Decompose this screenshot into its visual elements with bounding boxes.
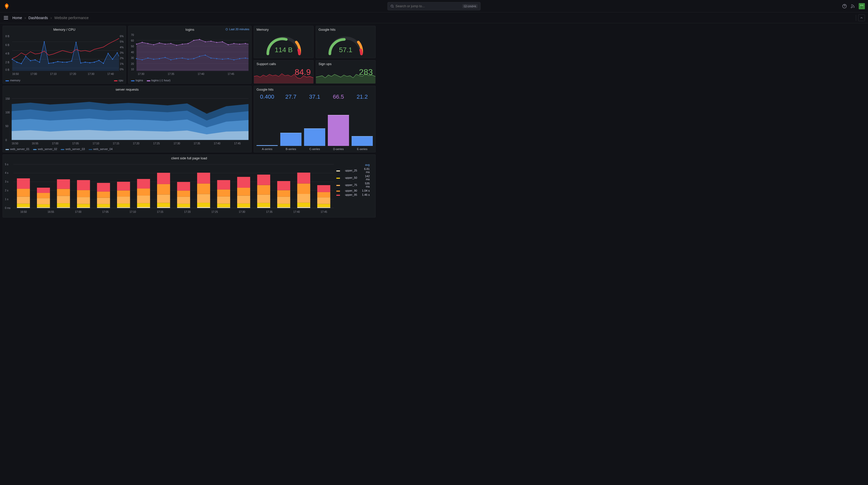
svg-rect-172 (257, 195, 270, 203)
bar-label: A-series (262, 148, 272, 151)
panel-google-hits-gauge[interactable]: Google hits 57.1 (316, 26, 376, 58)
svg-rect-171 (257, 203, 270, 207)
ytick: 0 B (5, 68, 9, 71)
svg-rect-157 (197, 194, 210, 203)
nav-right (856, 14, 865, 21)
svg-text:17:20: 17:20 (184, 211, 191, 213)
svg-point-83 (188, 59, 189, 60)
ytick: 20 (131, 62, 134, 65)
legend-row[interactable]: upper_901.04 s (334, 189, 372, 193)
legend-item[interactable]: web_server_03 (61, 148, 85, 151)
svg-point-32 (53, 62, 54, 64)
svg-point-92 (239, 58, 240, 59)
svg-rect-152 (177, 197, 190, 204)
svg-text:17:00: 17:00 (75, 211, 82, 213)
ytick: 2 B (5, 61, 9, 64)
time-range-label[interactable]: Last 20 minutes (225, 28, 249, 31)
svg-text:5 s: 5 s (5, 163, 8, 166)
svg-point-28 (35, 59, 36, 60)
svg-rect-155 (197, 207, 210, 208)
svg-rect-173 (257, 185, 270, 195)
svg-rect-186 (317, 204, 330, 207)
svg-point-41 (94, 61, 95, 63)
menu-toggle-icon[interactable] (3, 15, 9, 21)
panel-support-calls[interactable]: Support calls 84.9 (254, 60, 314, 84)
panel-memory-cpu[interactable]: Memory / CPU 8 B 6 B 4 B 2 B 0 B 6% 5% 4… (3, 26, 126, 84)
legend-row[interactable]: upper_951.46 s (334, 193, 372, 197)
ytick: 150 (5, 97, 10, 100)
svg-rect-112 (17, 197, 30, 203)
svg-rect-162 (217, 197, 230, 204)
svg-rect-164 (217, 180, 230, 189)
bar-column[interactable]: 37.1 C-series (304, 94, 325, 151)
panel-page-load[interactable]: client side full page load 0 ms1 s2 s3 s… (3, 155, 376, 218)
breadcrumb-home[interactable]: Home (12, 16, 22, 20)
bar-label: B-series (286, 148, 296, 151)
svg-rect-125 (77, 207, 90, 208)
gauge-value: 57.1 (339, 46, 352, 54)
svg-point-25 (21, 63, 22, 64)
bar (280, 133, 302, 146)
panel-legend: web_server_01 web_server_02 web_server_0… (3, 147, 251, 152)
collapse-toggle-button[interactable] (858, 14, 865, 21)
svg-point-54 (136, 44, 137, 45)
rss-icon[interactable] (850, 4, 855, 8)
panel-server-requests[interactable]: server requests 150 100 50 0 16:50 16:55… (3, 86, 252, 152)
svg-point-90 (227, 58, 228, 59)
svg-rect-167 (237, 195, 250, 203)
legend-item[interactable]: web_server_04 (89, 148, 113, 151)
svg-point-26 (25, 56, 26, 57)
ytick: 3% (120, 51, 124, 54)
xtick: 16:50 (12, 72, 19, 76)
xtick: 17:40 (197, 72, 204, 76)
panel-memory-gauge[interactable]: Memory 114 B (254, 26, 314, 58)
legend-item[interactable]: cpu (114, 79, 123, 82)
dashboard-grid: Memory / CPU 8 B 6 B 4 B 2 B 0 B 6% 5% 4… (0, 23, 868, 220)
bar-column[interactable]: 0.400 A-series (256, 94, 278, 151)
xtick: 17:20 (69, 72, 76, 76)
svg-point-69 (222, 41, 223, 42)
svg-point-43 (103, 63, 104, 64)
ytick: 4 B (5, 52, 9, 55)
avatar[interactable] (859, 3, 865, 9)
search-input[interactable] (396, 4, 462, 8)
global-search[interactable]: cmd+k (388, 2, 480, 10)
svg-point-35 (66, 61, 67, 63)
ytick: 5% (120, 40, 124, 43)
panel-sign-ups[interactable]: Sign ups 283 (316, 60, 376, 84)
breadcrumb-dashboards[interactable]: Dashboards (28, 16, 48, 20)
ytick: 30 (131, 56, 134, 60)
grafana-logo-icon[interactable] (3, 3, 10, 10)
ytick: 0 (5, 139, 7, 141)
bar-column[interactable]: 27.7 B-series (280, 94, 302, 151)
legend-row[interactable]: upper_50142 ms (334, 174, 372, 181)
svg-point-57 (153, 44, 154, 45)
svg-point-44 (107, 53, 108, 54)
panel-legend-table: avg upper_256.81 msupper_50142 msupper_7… (334, 163, 372, 217)
panel-title: Google hits (254, 86, 375, 91)
svg-rect-128 (77, 190, 90, 197)
bar-column[interactable]: 21.2 E-series (351, 94, 373, 151)
legend-item[interactable]: logins (131, 79, 143, 82)
bar-value: 21.2 (357, 94, 368, 100)
panel-logins[interactable]: logins Last 20 minutes 70 60 50 40 (128, 26, 252, 84)
bar-value: 37.1 (309, 94, 320, 100)
legend-item[interactable]: web_server_01 (5, 148, 29, 151)
svg-rect-133 (97, 192, 110, 198)
svg-rect-153 (177, 191, 190, 197)
svg-point-81 (176, 58, 177, 59)
svg-point-91 (234, 59, 235, 60)
bar-column[interactable]: 66.5 D-series (328, 94, 349, 151)
legend-item[interactable]: logins (-1 hour) (147, 79, 170, 82)
svg-rect-148 (157, 184, 170, 195)
legend-row[interactable]: upper_256.81 ms (334, 167, 372, 174)
legend-item[interactable]: web_server_02 (33, 148, 57, 151)
help-icon[interactable] (842, 4, 847, 8)
bar-label: E-series (357, 148, 367, 151)
legend-item[interactable]: memory (5, 79, 21, 82)
svg-point-68 (216, 42, 217, 43)
breadcrumb-sep: › (51, 16, 52, 20)
panel-google-hits-bars[interactable]: Google hits 0.400 A-series 27.7 B-series… (254, 86, 376, 152)
legend-row[interactable]: upper_75535 ms (334, 181, 372, 189)
xtick: 17:40 (214, 142, 220, 144)
